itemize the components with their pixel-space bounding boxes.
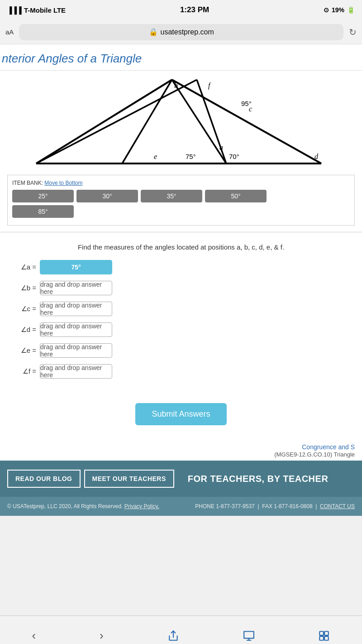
share-button[interactable]: [167, 630, 179, 642]
answer-field-c[interactable]: drag and drop answer here: [40, 302, 112, 316]
svg-line-3: [36, 80, 197, 163]
answer-field-b[interactable]: drag and drop answer here: [40, 281, 112, 295]
svg-text:a: a: [219, 144, 223, 151]
carrier-info: ▐▐▐ T-Mobile LTE: [7, 6, 66, 14]
move-to-bottom-link[interactable]: Move to Bottom: [44, 180, 82, 186]
item-bank: ITEM BANK: Move to Bottom 25° 30° 35° 50…: [7, 175, 355, 226]
submit-section: Submit Answers: [0, 394, 362, 439]
token-30[interactable]: 30°: [76, 190, 138, 202]
phone-label: PHONE 1-877-377-9537: [195, 503, 254, 509]
footer-slogan: FOR TEACHERS, BY TEACHER: [174, 474, 329, 484]
bottom-space: [0, 516, 362, 615]
label-a: ∠a =: [18, 263, 36, 271]
svg-line-1: [36, 80, 172, 163]
diagram-container: b f c a e d 95° 75° 70°: [0, 71, 362, 170]
font-size-control[interactable]: aA: [5, 28, 14, 36]
svg-text:70°: 70°: [229, 153, 239, 160]
battery-icon: 🔋: [347, 6, 355, 14]
battery-info: ⊙ 19% 🔋: [324, 6, 355, 14]
label-f: ∠f =: [18, 367, 36, 375]
contact-us-link[interactable]: CONTACT US: [320, 503, 355, 509]
lock-icon: 🔒: [149, 28, 158, 36]
congruence-link[interactable]: Congruence and S: [302, 443, 355, 451]
answer-field-e[interactable]: drag and drop answer here: [40, 343, 112, 358]
svg-text:f: f: [208, 82, 211, 90]
svg-rect-22: [325, 636, 329, 640]
answer-field-a[interactable]: 75°: [40, 260, 112, 274]
item-bank-row-1: 25° 30° 35° 50°: [12, 190, 350, 202]
url-text: usatestprep.com: [161, 28, 214, 36]
problem-text: Find the measures of the angles located …: [0, 239, 362, 260]
svg-text:b: b: [174, 82, 178, 89]
answer-row-b: ∠b = drag and drop answer here: [18, 281, 344, 295]
bookmarks-button[interactable]: [243, 630, 255, 642]
label-c: ∠c =: [18, 305, 36, 313]
reload-button[interactable]: ↻: [349, 27, 357, 38]
battery-label: 19%: [332, 6, 344, 14]
ios-bottom-bar: ‹ ›: [0, 615, 362, 644]
footer-dark: READ OUR BLOG MEET OUR TEACHERS FOR TEAC…: [0, 461, 362, 497]
answer-row-e: ∠e = drag and drop answer here: [18, 343, 344, 358]
time-display: 1:23 PM: [180, 5, 209, 14]
carrier-label: T-Mobile LTE: [24, 6, 66, 14]
forward-button[interactable]: ›: [100, 629, 104, 643]
svg-line-2: [172, 80, 321, 163]
answer-section: ∠a = 75° ∠b = drag and drop answer here …: [0, 260, 362, 394]
token-25[interactable]: 25°: [12, 190, 74, 202]
answer-field-f[interactable]: drag and drop answer here: [40, 364, 112, 379]
copyright-text: © USATestprep, LLC 2020, All Rights Rese…: [7, 503, 123, 509]
divider: [0, 232, 362, 232]
url-bar[interactable]: 🔒 usatestprep.com: [19, 24, 343, 40]
footer-contact: PHONE 1-877-377-9537 | FAX 1-877-816-080…: [195, 503, 355, 509]
svg-rect-21: [320, 636, 324, 640]
page-content: nterior Angles of a Triangle b f c a e d: [0, 44, 362, 461]
meet-teachers-button[interactable]: MEET OUR TEACHERS: [84, 470, 174, 488]
svg-text:75°: 75°: [186, 153, 196, 160]
back-button[interactable]: ‹: [32, 629, 36, 643]
token-35[interactable]: 35°: [141, 190, 202, 202]
location-icon: ⊙: [324, 6, 329, 14]
label-e: ∠e =: [18, 346, 36, 355]
standard-label: (MGSE9-12.G.CO.10) Triangle: [274, 451, 355, 458]
page-title: nterior Angles of a Triangle: [0, 44, 362, 71]
svg-rect-20: [325, 631, 329, 635]
browser-bar: aA 🔒 usatestprep.com ↻: [0, 20, 362, 44]
svg-text:95°: 95°: [241, 100, 252, 107]
answer-row-d: ∠d = drag and drop answer here: [18, 322, 344, 337]
submit-button[interactable]: Submit Answers: [135, 403, 226, 425]
privacy-policy-link[interactable]: Privacy Policy.: [124, 503, 159, 509]
item-bank-row-2: 85°: [12, 205, 350, 218]
tabs-button[interactable]: [318, 630, 330, 642]
svg-rect-19: [320, 631, 324, 635]
svg-text:e: e: [154, 153, 157, 160]
answer-row-a: ∠a = 75°: [18, 260, 344, 274]
answer-row-f: ∠f = drag and drop answer here: [18, 364, 344, 379]
label-d: ∠d =: [18, 326, 36, 334]
status-bar: ▐▐▐ T-Mobile LTE 1:23 PM ⊙ 19% 🔋: [0, 0, 362, 20]
answer-field-d[interactable]: drag and drop answer here: [40, 322, 112, 337]
signal-icon: ▐▐▐: [7, 6, 22, 14]
footer-copyright: © USATestprep, LLC 2020, All Rights Rese…: [7, 503, 159, 509]
answer-row-c: ∠c = drag and drop answer here: [18, 302, 344, 316]
footer-light: © USATestprep, LLC 2020, All Rights Rese…: [0, 497, 362, 516]
fax-label: FAX 1-877-816-0808: [262, 503, 312, 509]
blog-button[interactable]: READ OUR BLOG: [7, 470, 81, 488]
svg-line-6: [172, 80, 226, 163]
triangle-diagram: b f c a e d 95° 75° 70°: [32, 75, 330, 170]
label-b: ∠b =: [18, 284, 36, 292]
item-bank-label: ITEM BANK: Move to Bottom: [12, 180, 350, 186]
svg-line-4: [122, 80, 172, 163]
svg-text:d: d: [314, 153, 319, 160]
bottom-links: Congruence and S (MGSE9-12.G.CO.10) Tria…: [0, 439, 362, 461]
token-50[interactable]: 50°: [205, 190, 267, 202]
token-85[interactable]: 85°: [12, 205, 74, 218]
